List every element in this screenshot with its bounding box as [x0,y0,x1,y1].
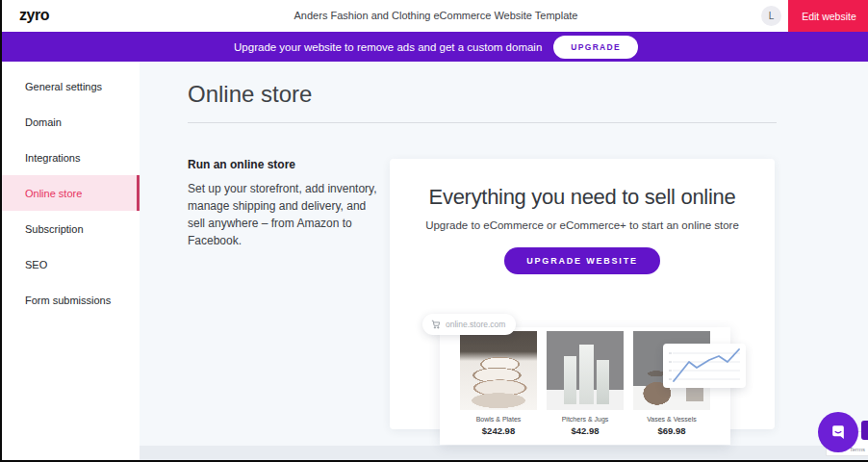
upgrade-website-button[interactable]: UPGRADE WEBSITE [504,247,660,274]
sidebar-item-form-submissions[interactable]: Form submissions [2,282,140,318]
promo-title: Everything you need to sell online [390,185,775,210]
settings-sidebar: General settings Domain Integrations Onl… [2,62,140,462]
bottom-gradient-band [140,446,868,462]
sidebar-item-online-store[interactable]: Online store [2,175,140,211]
line-chart-graphic [663,344,746,388]
product-price: $242.98 [460,425,537,436]
sidebar-item-general-settings[interactable]: General settings [2,68,140,104]
product-price: $42.98 [547,425,624,436]
product-name: Pitchers & Jugs [547,416,624,423]
store-url-pill: online.store.com [422,314,516,335]
product-card: Bowls & Plates $242.98 [460,331,537,445]
edit-website-button[interactable]: Edit website [788,0,868,32]
product-name: Bowls & Plates [460,416,537,423]
product-image-bowls [460,331,537,410]
product-card: Pitchers & Jugs $42.98 [547,331,624,445]
chat-launcher-button[interactable] [818,412,858,452]
title-divider [188,122,777,123]
upgrade-banner-text: Upgrade your website to remove ads and g… [234,41,542,53]
store-url-text: online.store.com [446,320,505,329]
terms-label: Terms [850,447,865,452]
sidebar-item-integrations[interactable]: Integrations [2,140,140,175]
user-avatar[interactable]: L [761,6,781,26]
site-template-title: Anders Fashion and Clothing eCommerce We… [2,10,868,21]
upgrade-banner: Upgrade your website to remove ads and g… [2,32,868,62]
sidebar-item-seo[interactable]: SEO [2,246,140,282]
product-price: $69.98 [633,425,710,436]
section-intro: Run an online store Set up your storefro… [188,158,385,249]
section-heading: Run an online store [188,158,385,171]
chat-side-tab [861,421,868,440]
app-window: zyro Anders Fashion and Clothing eCommer… [0,0,868,462]
chat-bubble-icon [829,423,848,442]
product-name: Vases & Vessels [633,416,710,423]
promo-card: Everything you need to sell online Upgra… [390,159,775,429]
upgrade-banner-button[interactable]: UPGRADE [553,36,638,59]
section-description: Set up your storefront, add inventory, m… [188,180,385,249]
sidebar-item-subscription[interactable]: Subscription [2,211,140,246]
page-title: Online store [188,81,312,108]
cart-icon [431,320,441,329]
sidebar-item-domain[interactable]: Domain [2,104,140,140]
promo-subtitle: Upgrade to eCommerce or eCommerce+ to st… [390,219,775,231]
main-content: Online store Run an online store Set up … [140,62,868,462]
product-image-pitchers [547,331,624,410]
sales-mini-chart [663,344,746,388]
top-bar: zyro Anders Fashion and Clothing eCommer… [2,0,868,32]
